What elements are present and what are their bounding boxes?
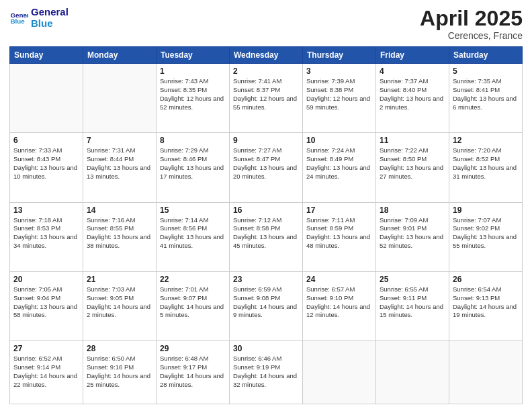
week-row-2: 6Sunrise: 7:33 AM Sunset: 8:43 PM Daylig… <box>10 133 523 202</box>
day-info: Sunrise: 7:22 AM Sunset: 8:50 PM Dayligh… <box>380 146 445 181</box>
day-info: Sunrise: 7:29 AM Sunset: 8:46 PM Dayligh… <box>160 146 226 181</box>
day-number: 25 <box>380 275 445 284</box>
day-number: 29 <box>160 344 226 353</box>
day-number: 14 <box>87 205 152 215</box>
col-sunday: Sunday <box>10 47 83 64</box>
day-info: Sunrise: 7:43 AM Sunset: 8:35 PM Dayligh… <box>160 77 226 111</box>
table-cell: 8Sunrise: 7:29 AM Sunset: 8:46 PM Daylig… <box>157 133 230 202</box>
table-cell: 19Sunrise: 7:07 AM Sunset: 9:02 PM Dayli… <box>449 202 523 271</box>
table-cell: 14Sunrise: 7:16 AM Sunset: 8:55 PM Dayli… <box>83 202 157 271</box>
day-number: 18 <box>380 205 445 215</box>
header: General Blue General Blue April 2025 Cer… <box>9 7 523 41</box>
col-tuesday: Tuesday <box>157 47 230 64</box>
day-number: 30 <box>233 344 299 353</box>
day-number: 5 <box>453 66 519 76</box>
table-cell <box>10 64 83 133</box>
table-cell: 23Sunrise: 6:59 AM Sunset: 9:08 PM Dayli… <box>230 271 303 340</box>
calendar-table: Sunday Monday Tuesday Wednesday Thursday… <box>9 46 523 404</box>
day-number: 27 <box>13 344 79 353</box>
day-info: Sunrise: 7:14 AM Sunset: 8:56 PM Dayligh… <box>160 216 226 250</box>
day-number: 20 <box>13 275 79 284</box>
day-number: 6 <box>13 136 79 145</box>
day-info: Sunrise: 7:16 AM Sunset: 8:55 PM Dayligh… <box>87 216 152 250</box>
day-info: Sunrise: 6:52 AM Sunset: 9:14 PM Dayligh… <box>13 355 79 389</box>
week-row-3: 13Sunrise: 7:18 AM Sunset: 8:53 PM Dayli… <box>10 202 523 271</box>
day-info: Sunrise: 6:59 AM Sunset: 9:08 PM Dayligh… <box>233 285 299 320</box>
title-block: April 2025 Cerences, France <box>420 7 523 41</box>
table-cell: 3Sunrise: 7:39 AM Sunset: 8:38 PM Daylig… <box>303 64 376 133</box>
day-number: 12 <box>453 136 519 145</box>
table-cell: 7Sunrise: 7:31 AM Sunset: 8:44 PM Daylig… <box>83 133 157 202</box>
day-info: Sunrise: 6:54 AM Sunset: 9:13 PM Dayligh… <box>453 285 519 320</box>
day-number: 22 <box>160 275 226 284</box>
day-info: Sunrise: 6:55 AM Sunset: 9:11 PM Dayligh… <box>380 285 445 320</box>
day-number: 16 <box>233 205 299 215</box>
day-info: Sunrise: 7:07 AM Sunset: 9:02 PM Dayligh… <box>453 216 519 250</box>
day-info: Sunrise: 7:37 AM Sunset: 8:40 PM Dayligh… <box>380 77 445 111</box>
table-cell: 17Sunrise: 7:11 AM Sunset: 8:59 PM Dayli… <box>303 202 376 271</box>
calendar-title: April 2025 <box>420 7 523 30</box>
day-info: Sunrise: 7:11 AM Sunset: 8:59 PM Dayligh… <box>306 216 372 250</box>
table-cell: 6Sunrise: 7:33 AM Sunset: 8:43 PM Daylig… <box>10 133 83 202</box>
table-cell: 1Sunrise: 7:43 AM Sunset: 8:35 PM Daylig… <box>157 64 230 133</box>
day-info: Sunrise: 7:24 AM Sunset: 8:49 PM Dayligh… <box>306 146 372 181</box>
table-cell: 28Sunrise: 6:50 AM Sunset: 9:16 PM Dayli… <box>83 341 157 404</box>
day-number: 10 <box>306 136 372 145</box>
svg-text:Blue: Blue <box>10 17 25 25</box>
week-row-5: 27Sunrise: 6:52 AM Sunset: 9:14 PM Dayli… <box>10 341 523 404</box>
day-number: 1 <box>160 66 226 76</box>
day-number: 11 <box>380 136 445 145</box>
day-number: 19 <box>453 205 519 215</box>
table-cell: 2Sunrise: 7:41 AM Sunset: 8:37 PM Daylig… <box>230 64 303 133</box>
day-number: 4 <box>380 66 445 76</box>
day-info: Sunrise: 7:27 AM Sunset: 8:47 PM Dayligh… <box>233 146 299 181</box>
calendar-header-row: Sunday Monday Tuesday Wednesday Thursday… <box>10 47 523 64</box>
day-info: Sunrise: 7:31 AM Sunset: 8:44 PM Dayligh… <box>87 146 152 181</box>
day-info: Sunrise: 6:46 AM Sunset: 9:19 PM Dayligh… <box>233 355 299 389</box>
table-cell: 22Sunrise: 7:01 AM Sunset: 9:07 PM Dayli… <box>157 271 230 340</box>
table-cell <box>83 64 157 133</box>
table-cell: 9Sunrise: 7:27 AM Sunset: 8:47 PM Daylig… <box>230 133 303 202</box>
day-info: Sunrise: 6:57 AM Sunset: 9:10 PM Dayligh… <box>306 285 372 320</box>
day-number: 28 <box>87 344 152 353</box>
table-cell: 26Sunrise: 6:54 AM Sunset: 9:13 PM Dayli… <box>449 271 523 340</box>
table-cell: 18Sunrise: 7:09 AM Sunset: 9:01 PM Dayli… <box>376 202 449 271</box>
day-info: Sunrise: 7:35 AM Sunset: 8:41 PM Dayligh… <box>453 77 519 111</box>
day-info: Sunrise: 7:41 AM Sunset: 8:37 PM Dayligh… <box>233 77 299 111</box>
table-cell: 25Sunrise: 6:55 AM Sunset: 9:11 PM Dayli… <box>376 271 449 340</box>
table-cell: 12Sunrise: 7:20 AM Sunset: 8:52 PM Dayli… <box>449 133 523 202</box>
table-cell: 30Sunrise: 6:46 AM Sunset: 9:19 PM Dayli… <box>230 341 303 404</box>
day-number: 2 <box>233 66 299 76</box>
week-row-1: 1Sunrise: 7:43 AM Sunset: 8:35 PM Daylig… <box>10 64 523 133</box>
table-cell <box>449 341 523 404</box>
table-cell: 11Sunrise: 7:22 AM Sunset: 8:50 PM Dayli… <box>376 133 449 202</box>
table-cell: 20Sunrise: 7:05 AM Sunset: 9:04 PM Dayli… <box>10 271 83 340</box>
day-number: 3 <box>306 66 372 76</box>
col-saturday: Saturday <box>449 47 523 64</box>
day-info: Sunrise: 6:50 AM Sunset: 9:16 PM Dayligh… <box>87 355 152 389</box>
day-info: Sunrise: 7:03 AM Sunset: 9:05 PM Dayligh… <box>87 285 152 320</box>
day-number: 21 <box>87 275 152 284</box>
table-cell: 13Sunrise: 7:18 AM Sunset: 8:53 PM Dayli… <box>10 202 83 271</box>
day-number: 13 <box>13 205 79 215</box>
col-friday: Friday <box>376 47 449 64</box>
col-thursday: Thursday <box>303 47 376 64</box>
table-cell: 27Sunrise: 6:52 AM Sunset: 9:14 PM Dayli… <box>10 341 83 404</box>
day-number: 8 <box>160 136 226 145</box>
logo: General Blue General Blue <box>9 7 69 29</box>
day-info: Sunrise: 7:18 AM Sunset: 8:53 PM Dayligh… <box>13 216 79 250</box>
table-cell: 24Sunrise: 6:57 AM Sunset: 9:10 PM Dayli… <box>303 271 376 340</box>
day-number: 23 <box>233 275 299 284</box>
table-cell <box>376 341 449 404</box>
day-info: Sunrise: 7:09 AM Sunset: 9:01 PM Dayligh… <box>380 216 445 250</box>
day-info: Sunrise: 7:12 AM Sunset: 8:58 PM Dayligh… <box>233 216 299 250</box>
day-number: 24 <box>306 275 372 284</box>
col-monday: Monday <box>83 47 157 64</box>
calendar-subtitle: Cerences, France <box>420 30 523 41</box>
table-cell: 29Sunrise: 6:48 AM Sunset: 9:17 PM Dayli… <box>157 341 230 404</box>
day-number: 9 <box>233 136 299 145</box>
table-cell: 15Sunrise: 7:14 AM Sunset: 8:56 PM Dayli… <box>157 202 230 271</box>
table-cell: 4Sunrise: 7:37 AM Sunset: 8:40 PM Daylig… <box>376 64 449 133</box>
table-cell: 10Sunrise: 7:24 AM Sunset: 8:49 PM Dayli… <box>303 133 376 202</box>
day-number: 7 <box>87 136 152 145</box>
